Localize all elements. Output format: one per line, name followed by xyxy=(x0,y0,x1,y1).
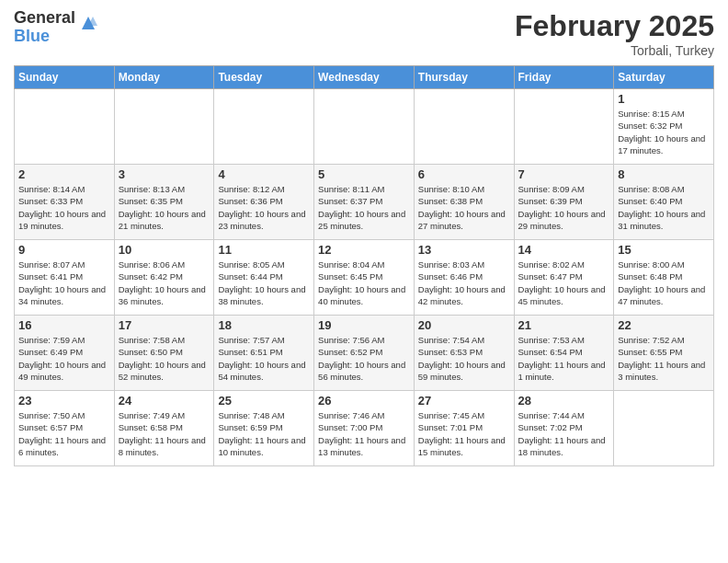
week-row-1: 2Sunrise: 8:14 AM Sunset: 6:33 PM Daylig… xyxy=(15,165,714,240)
logo-blue: Blue xyxy=(14,28,75,46)
day-cell: 3Sunrise: 8:13 AM Sunset: 6:35 PM Daylig… xyxy=(114,165,214,240)
day-number: 2 xyxy=(18,167,110,181)
day-number: 13 xyxy=(418,243,510,257)
title-block: February 2025 Torbali, Turkey xyxy=(515,9,714,58)
day-info: Sunrise: 8:08 AM Sunset: 6:40 PM Dayligh… xyxy=(618,183,710,232)
day-number: 10 xyxy=(119,243,210,257)
day-number: 16 xyxy=(18,318,110,332)
day-info: Sunrise: 8:03 AM Sunset: 6:46 PM Dayligh… xyxy=(418,259,510,307)
logo-general: General xyxy=(14,9,75,28)
day-cell: 23Sunrise: 7:50 AM Sunset: 6:57 PM Dayli… xyxy=(15,391,115,466)
day-number: 4 xyxy=(218,167,310,181)
day-cell: 14Sunrise: 8:02 AM Sunset: 6:47 PM Dayli… xyxy=(514,240,614,316)
day-info: Sunrise: 7:49 AM Sunset: 6:58 PM Dayligh… xyxy=(119,409,210,458)
day-info: Sunrise: 7:58 AM Sunset: 6:50 PM Dayligh… xyxy=(119,334,210,383)
day-info: Sunrise: 7:46 AM Sunset: 7:00 PM Dayligh… xyxy=(318,409,410,458)
day-info: Sunrise: 8:13 AM Sunset: 6:35 PM Dayligh… xyxy=(119,183,210,232)
day-number: 5 xyxy=(318,167,410,181)
day-number: 25 xyxy=(218,394,310,408)
day-info: Sunrise: 8:09 AM Sunset: 6:39 PM Dayligh… xyxy=(518,183,610,232)
day-cell: 9Sunrise: 8:07 AM Sunset: 6:41 PM Daylig… xyxy=(15,240,115,316)
day-cell: 1Sunrise: 8:15 AM Sunset: 6:32 PM Daylig… xyxy=(614,89,714,165)
day-number: 12 xyxy=(318,243,410,257)
day-info: Sunrise: 7:54 AM Sunset: 6:53 PM Dayligh… xyxy=(418,334,510,383)
header-wednesday: Wednesday xyxy=(314,66,415,89)
day-cell xyxy=(514,89,614,165)
day-info: Sunrise: 8:00 AM Sunset: 6:48 PM Dayligh… xyxy=(618,259,710,307)
day-info: Sunrise: 8:06 AM Sunset: 6:42 PM Dayligh… xyxy=(119,259,210,307)
day-cell: 28Sunrise: 7:44 AM Sunset: 7:02 PM Dayli… xyxy=(514,391,614,466)
day-cell: 7Sunrise: 8:09 AM Sunset: 6:39 PM Daylig… xyxy=(514,165,614,240)
week-row-0: 1Sunrise: 8:15 AM Sunset: 6:32 PM Daylig… xyxy=(15,89,714,165)
day-number: 22 xyxy=(618,318,710,332)
day-number: 21 xyxy=(518,318,610,332)
day-info: Sunrise: 7:56 AM Sunset: 6:52 PM Dayligh… xyxy=(318,334,410,383)
day-number: 9 xyxy=(18,243,110,257)
header-thursday: Thursday xyxy=(414,66,514,89)
logo-icon xyxy=(78,13,98,33)
day-cell: 18Sunrise: 7:57 AM Sunset: 6:51 PM Dayli… xyxy=(214,316,314,391)
day-info: Sunrise: 7:53 AM Sunset: 6:54 PM Dayligh… xyxy=(518,334,610,383)
day-number: 27 xyxy=(418,394,510,408)
day-cell: 16Sunrise: 7:59 AM Sunset: 6:49 PM Dayli… xyxy=(15,316,115,391)
day-info: Sunrise: 7:48 AM Sunset: 6:59 PM Dayligh… xyxy=(218,409,310,458)
day-number: 28 xyxy=(518,394,610,408)
day-number: 24 xyxy=(119,394,210,408)
day-cell: 10Sunrise: 8:06 AM Sunset: 6:42 PM Dayli… xyxy=(114,240,214,316)
day-cell: 24Sunrise: 7:49 AM Sunset: 6:58 PM Dayli… xyxy=(114,391,214,466)
day-cell: 17Sunrise: 7:58 AM Sunset: 6:50 PM Dayli… xyxy=(114,316,214,391)
day-number: 23 xyxy=(18,394,110,408)
day-info: Sunrise: 8:12 AM Sunset: 6:36 PM Dayligh… xyxy=(218,183,310,232)
logo: General Blue xyxy=(14,9,98,46)
week-row-3: 16Sunrise: 7:59 AM Sunset: 6:49 PM Dayli… xyxy=(15,316,714,391)
day-info: Sunrise: 8:02 AM Sunset: 6:47 PM Dayligh… xyxy=(518,259,610,307)
day-cell xyxy=(414,89,514,165)
day-number: 1 xyxy=(618,92,710,106)
day-info: Sunrise: 7:45 AM Sunset: 7:01 PM Dayligh… xyxy=(418,409,510,458)
day-cell: 4Sunrise: 8:12 AM Sunset: 6:36 PM Daylig… xyxy=(214,165,314,240)
day-number: 3 xyxy=(119,167,210,181)
week-row-2: 9Sunrise: 8:07 AM Sunset: 6:41 PM Daylig… xyxy=(15,240,714,316)
header-friday: Friday xyxy=(514,66,614,89)
day-info: Sunrise: 7:59 AM Sunset: 6:49 PM Dayligh… xyxy=(18,334,110,383)
day-number: 8 xyxy=(618,167,710,181)
week-row-4: 23Sunrise: 7:50 AM Sunset: 6:57 PM Dayli… xyxy=(15,391,714,466)
calendar-table: Sunday Monday Tuesday Wednesday Thursday… xyxy=(14,65,714,466)
day-number: 7 xyxy=(518,167,610,181)
day-cell: 20Sunrise: 7:54 AM Sunset: 6:53 PM Dayli… xyxy=(414,316,514,391)
day-info: Sunrise: 8:11 AM Sunset: 6:37 PM Dayligh… xyxy=(318,183,410,232)
day-number: 17 xyxy=(119,318,210,332)
day-cell: 8Sunrise: 8:08 AM Sunset: 6:40 PM Daylig… xyxy=(614,165,714,240)
day-cell: 26Sunrise: 7:46 AM Sunset: 7:00 PM Dayli… xyxy=(314,391,415,466)
day-cell xyxy=(114,89,214,165)
day-info: Sunrise: 8:05 AM Sunset: 6:44 PM Dayligh… xyxy=(218,259,310,307)
calendar-container: General Blue February 2025 Torbali, Turk… xyxy=(0,0,728,476)
day-cell: 25Sunrise: 7:48 AM Sunset: 6:59 PM Dayli… xyxy=(214,391,314,466)
header-row: Sunday Monday Tuesday Wednesday Thursday… xyxy=(15,66,714,89)
day-info: Sunrise: 8:04 AM Sunset: 6:45 PM Dayligh… xyxy=(318,259,410,307)
day-cell: 12Sunrise: 8:04 AM Sunset: 6:45 PM Dayli… xyxy=(314,240,415,316)
header-sunday: Sunday xyxy=(15,66,115,89)
day-info: Sunrise: 8:07 AM Sunset: 6:41 PM Dayligh… xyxy=(18,259,110,307)
day-info: Sunrise: 7:50 AM Sunset: 6:57 PM Dayligh… xyxy=(18,409,110,458)
day-cell: 6Sunrise: 8:10 AM Sunset: 6:38 PM Daylig… xyxy=(414,165,514,240)
day-cell: 13Sunrise: 8:03 AM Sunset: 6:46 PM Dayli… xyxy=(414,240,514,316)
day-number: 26 xyxy=(318,394,410,408)
day-number: 6 xyxy=(418,167,510,181)
day-number: 18 xyxy=(218,318,310,332)
day-number: 11 xyxy=(218,243,310,257)
day-cell: 15Sunrise: 8:00 AM Sunset: 6:48 PM Dayli… xyxy=(614,240,714,316)
day-cell xyxy=(15,89,115,165)
header-saturday: Saturday xyxy=(614,66,714,89)
day-cell xyxy=(214,89,314,165)
day-cell xyxy=(614,391,714,466)
day-cell: 5Sunrise: 8:11 AM Sunset: 6:37 PM Daylig… xyxy=(314,165,415,240)
day-info: Sunrise: 7:44 AM Sunset: 7:02 PM Dayligh… xyxy=(518,409,610,458)
day-info: Sunrise: 7:52 AM Sunset: 6:55 PM Dayligh… xyxy=(618,334,710,383)
main-title: February 2025 xyxy=(515,9,714,43)
day-cell: 21Sunrise: 7:53 AM Sunset: 6:54 PM Dayli… xyxy=(514,316,614,391)
header: General Blue February 2025 Torbali, Turk… xyxy=(14,9,714,58)
day-number: 19 xyxy=(318,318,410,332)
day-cell: 22Sunrise: 7:52 AM Sunset: 6:55 PM Dayli… xyxy=(614,316,714,391)
day-cell: 27Sunrise: 7:45 AM Sunset: 7:01 PM Dayli… xyxy=(414,391,514,466)
